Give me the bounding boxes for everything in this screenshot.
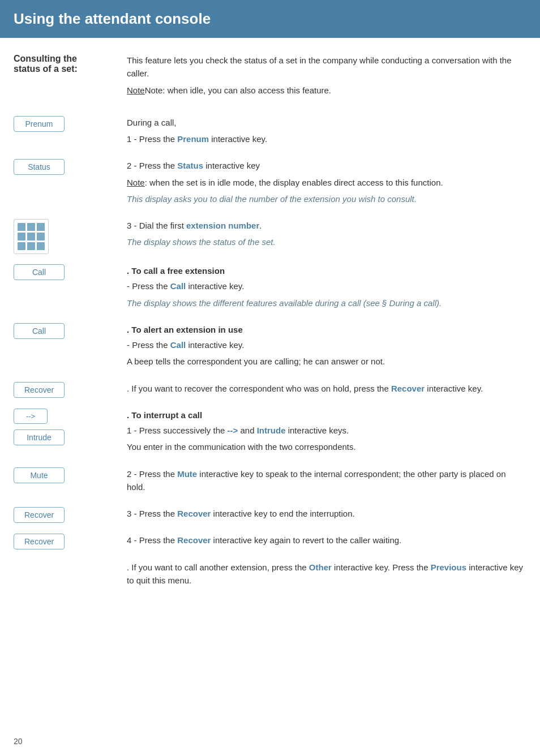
alert-extension-right: . To alert an extension in use - Press t… [127,323,526,372]
recover-hold-left: Recover [14,382,127,398]
call-key-alert[interactable]: Call [14,323,65,339]
call-key-free[interactable]: Call [14,264,65,280]
mute-right: 2 - Press the Mute interactive key to sp… [127,467,526,497]
recover-key-hold[interactable]: Recover [14,382,65,398]
free-extension-section: Call . To call a free extension - Press … [14,264,526,313]
recover-key-1[interactable]: Recover [14,507,65,523]
step-prenum-right: During a call, 1 - Press the Prenum inte… [127,116,526,149]
free-extension-right: . To call a free extension - Press the C… [127,264,526,313]
mute-left: Mute [14,467,127,483]
recover1-right: 3 - Press the Recover interactive key to… [127,507,526,523]
keypad-icon [14,219,49,254]
recover2-section: Recover 4 - Press the Recover interactiv… [14,534,526,550]
intrude-key[interactable]: Intrude [14,429,65,445]
recover1-left: Recover [14,507,127,523]
step-dial-right: 3 - Dial the first extension number. The… [127,219,526,252]
interrupt-left: --> Intrude [14,409,127,445]
consulting-intro: This feature lets you check the status o… [127,54,526,100]
page-title: Using the attendant console [14,10,526,28]
interrupt-right: . To interrupt a call 1 - Press successi… [127,409,526,457]
status-key[interactable]: Status [14,159,65,175]
step-prenum-left: Prenum [14,116,127,132]
step-status-right: 2 - Press the Status interactive key Not… [127,159,526,209]
step-status: Status 2 - Press the Status interactive … [14,159,526,209]
recover1-section: Recover 3 - Press the Recover interactiv… [14,507,526,523]
step-prenum: Prenum During a call, 1 - Press the Pren… [14,116,526,149]
section-title: Consulting the status of a set: [14,54,104,74]
prenum-key[interactable]: Prenum [14,116,65,132]
footer-section: . If you want to call another extension,… [14,561,526,591]
recover-key-2[interactable]: Recover [14,534,65,549]
recover-hold-section: Recover . If you want to recover the cor… [14,382,526,398]
interrupt-section: --> Intrude . To interrupt a call 1 - Pr… [14,409,526,457]
recover2-right: 4 - Press the Recover interactive key ag… [127,534,526,550]
step-dial-left [14,219,127,254]
page-number: 20 [14,737,23,746]
consulting-section: Consulting the status of a set: This fea… [14,54,526,100]
footer-right: . If you want to call another extension,… [127,561,526,591]
recover-hold-right: . If you want to recover the corresponde… [127,382,526,398]
alert-extension-section: Call . To alert an extension in use - Pr… [14,323,526,372]
mute-section: Mute 2 - Press the Mute interactive key … [14,467,526,497]
arrow-key[interactable]: --> [14,409,48,424]
page-header: Using the attendant console [0,0,540,38]
mute-key[interactable]: Mute [14,467,65,483]
step-status-left: Status [14,159,127,175]
step-dial: 3 - Dial the first extension number. The… [14,219,526,254]
recover2-left: Recover [14,534,127,549]
free-extension-left: Call [14,264,127,280]
alert-extension-left: Call [14,323,127,339]
